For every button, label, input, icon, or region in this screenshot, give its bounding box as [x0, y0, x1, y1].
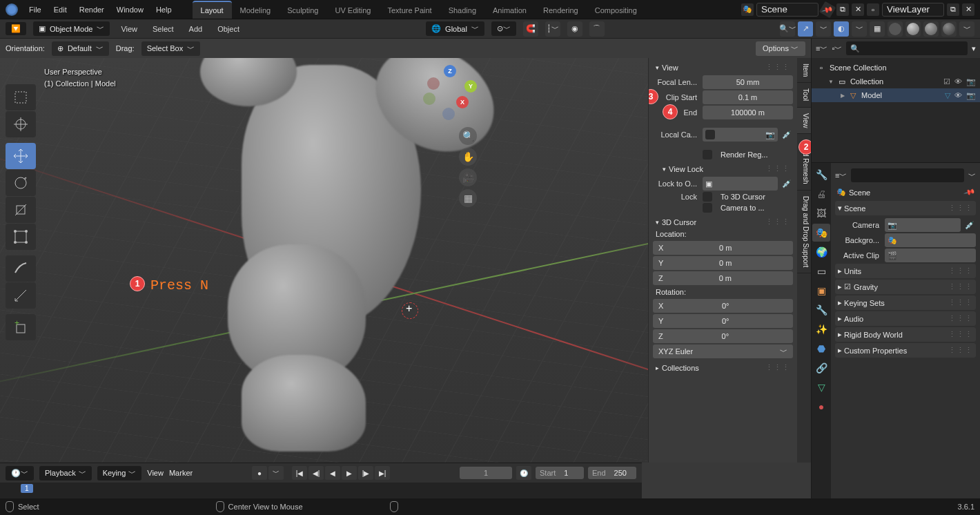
tab-layout[interactable]: Layout [193, 1, 232, 19]
pin-icon[interactable]: 📌 [819, 1, 836, 18]
pin-icon[interactable]: 📌 [963, 186, 977, 198]
camera-view-icon[interactable]: 🎥 [459, 168, 477, 186]
prop-tab-data[interactable]: ▽ [812, 378, 830, 396]
current-frame-input[interactable]: 1 [460, 467, 512, 479]
visibility-icon[interactable]: 🔍﹀ [780, 21, 795, 37]
n-tab-item[interactable]: Item [797, 58, 811, 83]
delete-viewlayer-icon[interactable]: ✕ [962, 3, 974, 16]
mesh-data-icon[interactable]: ▽ [945, 91, 950, 100]
gizmo-neg-z[interactable] [442, 108, 455, 120]
overlay-icon[interactable]: ◐ [834, 21, 849, 37]
menu-edit[interactable]: Edit [48, 3, 72, 17]
scene-section-header[interactable]: ▾ Scene⋮⋮⋮ [835, 201, 976, 215]
snap-dropdown[interactable]: ┆﹀ [545, 21, 560, 37]
start-frame-input[interactable]: Start1 [536, 467, 584, 479]
cursor-section-header[interactable]: ▾ 3D Cursor ⋮⋮⋮ [653, 215, 793, 229]
tab-sculpting[interactable]: Sculpting [279, 1, 326, 19]
view-lock-header[interactable]: ▾ View Lock ⋮⋮⋮ [653, 162, 793, 175]
eye-icon[interactable]: 👁 [954, 77, 962, 86]
orientation-select[interactable]: ⊕ Default ﹀ [52, 41, 109, 56]
scene-browse-icon[interactable]: 🎭 [741, 3, 754, 16]
cursor-rot-y[interactable]: Y0° [653, 314, 793, 328]
custom-props-header[interactable]: ▸ Custom Properties⋮⋮⋮ [835, 343, 976, 358]
prop-tab-render[interactable]: 🔧 [812, 166, 830, 184]
gizmo-dropdown[interactable]: ﹀ [816, 21, 831, 37]
prev-keyframe-icon[interactable]: ◀| [308, 466, 324, 480]
pan-icon[interactable]: ✋ [459, 148, 477, 166]
tab-rendering[interactable]: Rendering [535, 1, 587, 19]
prop-tab-object[interactable]: ▣ [812, 282, 830, 300]
proportional-dropdown[interactable]: ⌒ [589, 21, 605, 37]
tab-compositing[interactable]: Compositing [587, 1, 645, 19]
disclosure-icon[interactable]: ▼ [828, 79, 834, 85]
prop-tab-physics[interactable]: ⬣ [812, 340, 830, 358]
shading-dropdown[interactable]: ﹀ [959, 21, 974, 37]
eyedropper-icon[interactable]: 💉 [781, 179, 793, 188]
playback-dropdown[interactable]: Playback ﹀ [39, 466, 92, 480]
next-keyframe-icon[interactable]: |▶ [358, 466, 373, 480]
tool-cursor[interactable] [6, 111, 36, 137]
prop-tab-collection[interactable]: ▭ [812, 262, 830, 280]
properties-options-icon[interactable]: ﹀ [968, 171, 976, 181]
drag-handle-icon[interactable]: ⋮⋮⋮ [765, 63, 790, 72]
gizmo-neg-x[interactable] [427, 77, 440, 90]
local-camera-input[interactable]: 📷 [703, 128, 778, 142]
gizmo-y[interactable]: Y [464, 80, 477, 93]
outliner-search[interactable]: 🔍 [846, 41, 968, 55]
tool-move[interactable] [6, 143, 36, 169]
menu-window[interactable]: Window [111, 3, 149, 17]
filter-icon[interactable]: ▾ [972, 44, 976, 53]
drag-handle-icon[interactable]: ⋮⋮⋮ [765, 164, 790, 173]
cursor-rot-z[interactable]: Z0° [653, 329, 793, 343]
clip-start-input[interactable]: 0.1 m [703, 90, 793, 104]
delete-scene-icon[interactable]: ✕ [852, 3, 864, 16]
proportional-icon[interactable]: ◉ [567, 21, 582, 37]
eyedropper-icon[interactable]: 💉 [963, 221, 976, 230]
tool-annotate[interactable] [6, 255, 36, 282]
tab-uv-editing[interactable]: UV Editing [326, 1, 379, 19]
tool-add-cube[interactable]: + [6, 314, 36, 340]
n-tab-tool[interactable]: Tool [797, 83, 811, 107]
prop-tab-world[interactable]: 🌍 [812, 243, 830, 261]
gizmo-icon[interactable]: ↗ [798, 21, 813, 37]
outliner-display-dropdown[interactable]: ▫﹀ [832, 43, 842, 54]
camera-input[interactable]: 📷 [885, 218, 961, 232]
gizmo-x[interactable]: X [456, 96, 469, 108]
camera-to-view-checkbox[interactable] [703, 203, 712, 213]
cursor-loc-x[interactable]: X0 m [653, 241, 793, 255]
zoom-icon[interactable]: 🔍 [459, 127, 477, 145]
n-tab-drag-drop[interactable]: Drag and Drop Support [797, 191, 811, 273]
auto-keying-dropdown[interactable]: ﹀ [268, 466, 284, 480]
audio-header[interactable]: ▸ Audio⋮⋮⋮ [835, 311, 976, 326]
to-3d-cursor-checkbox[interactable] [703, 192, 712, 202]
options-dropdown[interactable]: Options ﹀ [756, 41, 805, 56]
properties-type-dropdown[interactable]: ≡﹀ [835, 171, 847, 181]
tab-shading[interactable]: Shading [440, 1, 484, 19]
exclude-checkbox[interactable]: ☑ [943, 77, 950, 86]
preview-range-icon[interactable]: 🕐 [516, 466, 531, 480]
drag-handle-icon[interactable]: ⋮⋮⋮ [765, 363, 790, 372]
render-region-checkbox[interactable] [703, 150, 712, 159]
cursor-rot-x[interactable]: X0° [653, 299, 793, 313]
tree-model[interactable]: ▶ ▽ Model ▽ 👁 📷 [812, 88, 980, 102]
tool-select-box[interactable] [6, 84, 36, 110]
collections-header[interactable]: ▸ Collections ⋮⋮⋮ [653, 361, 793, 374]
viewlayer-browse-icon[interactable]: ▫ [867, 3, 879, 16]
tree-scene-collection[interactable]: ▫ Scene Collection [812, 61, 980, 75]
overlay-dropdown[interactable]: ﹀ [852, 21, 867, 37]
shading-wireframe-icon[interactable] [888, 21, 903, 37]
jump-start-icon[interactable]: |◀ [292, 466, 307, 480]
drag-select[interactable]: Select Box ﹀ [141, 41, 201, 56]
menu-file[interactable]: File [23, 3, 47, 17]
tool-transform[interactable] [6, 224, 36, 250]
shading-solid-icon[interactable] [905, 21, 921, 37]
prop-tab-viewlayer[interactable]: 🖼 [812, 204, 830, 222]
prop-tab-constraints[interactable]: 🔗 [812, 359, 830, 377]
clip-end-input[interactable]: 100000 m [703, 106, 793, 119]
nav-gizmo[interactable]: Z Y X [422, 65, 477, 120]
checkbox[interactable] [705, 130, 715, 139]
copy-scene-icon[interactable]: ⧉ [836, 3, 849, 16]
n-tab-view[interactable]: View [797, 108, 811, 135]
play-reverse-icon[interactable]: ◀ [325, 466, 340, 480]
play-icon[interactable]: ▶ [342, 466, 357, 480]
